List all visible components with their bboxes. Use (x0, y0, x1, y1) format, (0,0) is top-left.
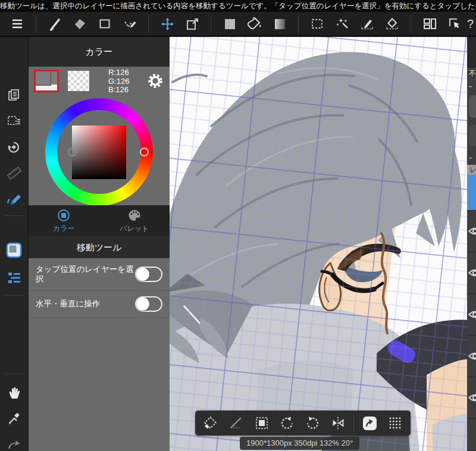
eraser-tool-icon[interactable] (67, 13, 92, 35)
rotate-canvas-icon[interactable] (0, 136, 29, 159)
document-status-bar: 1900*1300px 350dpi 132% 20° (240, 437, 359, 450)
layer-row[interactable] (467, 377, 476, 419)
divider (353, 415, 354, 431)
airbrush-material-icon[interactable] (0, 187, 29, 210)
commit-transform-icon[interactable] (359, 413, 380, 433)
tab-color-label: カラー (53, 224, 75, 234)
layer-row[interactable] (467, 419, 476, 451)
color-panel-title: カラー (29, 37, 170, 67)
color-wheel-area (29, 95, 170, 205)
hand-pan-icon[interactable] (0, 381, 29, 404)
tab-palette-label: パレット (120, 224, 149, 234)
select-rect-icon[interactable] (305, 13, 330, 35)
eye-icon[interactable] (468, 268, 476, 277)
polyline-tool-icon[interactable] (117, 13, 142, 35)
drawing-canvas[interactable] (170, 37, 467, 451)
eye-icon[interactable] (468, 227, 476, 236)
color-panel-toggle-icon[interactable] (0, 239, 29, 262)
merge-down-button[interactable]: ↓ (469, 125, 476, 146)
layers-tab-label: レイヤー (467, 165, 476, 175)
tool-hint-bar: 移動ツールは、選択中のレイヤーに描画されている内容を移動するツールです。「タップ… (0, 0, 476, 12)
move-tool-icon[interactable] (155, 13, 180, 35)
zoom-decrease[interactable]: - (469, 152, 472, 162)
divider (298, 15, 299, 33)
scale-rect-icon[interactable] (252, 413, 272, 433)
magic-wand-icon[interactable] (330, 13, 355, 35)
layers-panel-header (467, 37, 476, 68)
transform-toolbar (195, 411, 411, 436)
saturation-value-square[interactable] (72, 126, 126, 179)
layer-row[interactable] (467, 294, 476, 336)
rotate-cw-icon[interactable] (302, 413, 322, 433)
foreground-color-swatch[interactable] (34, 70, 59, 92)
shape-tool-icon[interactable] (92, 13, 117, 35)
color-tab-icon (57, 208, 71, 223)
rgb-b: B:126 (108, 86, 129, 95)
divider (36, 15, 36, 33)
line-transform-icon[interactable] (226, 413, 246, 433)
toggle-select-layer-at-tap[interactable] (135, 267, 162, 282)
eye-icon[interactable] (468, 310, 476, 319)
fill-solid-icon[interactable] (217, 13, 242, 35)
select-eraser-icon[interactable] (380, 13, 405, 35)
brush-tool-icon[interactable] (42, 13, 67, 35)
canvas-artwork (170, 37, 467, 451)
transform-tool-icon[interactable] (180, 13, 205, 35)
toggle-horizontal-vertical[interactable] (135, 296, 162, 312)
divider (148, 15, 149, 33)
rgb-r: R:126 (108, 68, 129, 77)
setting-label: タップ位置のレイヤーを選択 (29, 265, 135, 284)
toggle-knob (136, 297, 149, 311)
flip-horizontal-icon[interactable] (328, 413, 348, 433)
medibang-paint-app: 移動ツールは、選択中のレイヤーに描画されている内容を移動するツールです。「タップ… (0, 0, 476, 451)
transparent-color-swatch[interactable] (68, 71, 89, 91)
divider (5, 374, 24, 374)
divider (211, 15, 211, 33)
redo-icon[interactable] (0, 434, 29, 451)
eye-icon[interactable] (468, 352, 476, 361)
hue-selector[interactable] (140, 148, 149, 156)
layer-row[interactable] (467, 211, 476, 252)
canvas-grid (170, 37, 467, 451)
divider (411, 15, 411, 33)
left-sidebar (0, 37, 29, 451)
layout-windows-icon[interactable] (417, 13, 442, 35)
eye-icon[interactable] (468, 393, 476, 402)
rgb-g: G:126 (108, 77, 129, 86)
select-layer-icon[interactable] (0, 110, 29, 133)
side-panel: カラー R:126 G:126 B:126 カラー (29, 37, 170, 451)
layers-panel-clipped: 不透明度 - ↓ - レイヤー (467, 37, 476, 451)
layer-row-selected[interactable] (467, 175, 476, 211)
sv-selector[interactable] (68, 148, 77, 156)
pages-icon[interactable] (0, 84, 29, 107)
gradient-tool-icon[interactable] (267, 13, 292, 35)
gear-icon[interactable] (147, 73, 164, 89)
layers-panel-toggle-icon[interactable] (0, 267, 29, 289)
setting-row-horizontal-vertical: 水平・垂直に操作 (29, 291, 170, 318)
drag-handle-dots-icon[interactable] (385, 413, 405, 433)
ruler-icon[interactable] (0, 162, 29, 184)
setting-row-select-layer-at-tap: タップ位置のレイヤーを選択 (29, 258, 170, 291)
paint-bucket-icon[interactable] (242, 13, 267, 35)
palette-icon (127, 208, 142, 223)
swatch-row: R:126 G:126 B:126 (29, 67, 170, 95)
layer-row[interactable] (467, 336, 476, 377)
tab-color[interactable]: カラー (29, 205, 99, 236)
eyedropper-icon[interactable] (0, 408, 29, 430)
menu-icon[interactable] (5, 13, 30, 35)
pointer-select-icon[interactable] (442, 13, 467, 35)
opacity-decrease[interactable]: - (469, 81, 472, 91)
help-icon[interactable]: ? (467, 17, 476, 31)
opacity-slider-button[interactable] (469, 95, 476, 118)
divider (5, 215, 24, 216)
tool-settings-title: 移動ツール (29, 236, 170, 258)
rgb-readout: R:126 G:126 B:126 (108, 68, 129, 95)
rotate-ccw-icon[interactable] (277, 413, 298, 433)
tab-palette[interactable]: パレット (99, 205, 170, 236)
setting-label: 水平・垂直に操作 (29, 299, 135, 309)
select-pen-icon[interactable] (355, 13, 380, 35)
free-transform-icon[interactable] (201, 413, 221, 433)
toggle-knob (136, 268, 149, 281)
layer-row[interactable] (467, 252, 476, 294)
panel-tab-bar: カラー パレット (29, 205, 170, 236)
